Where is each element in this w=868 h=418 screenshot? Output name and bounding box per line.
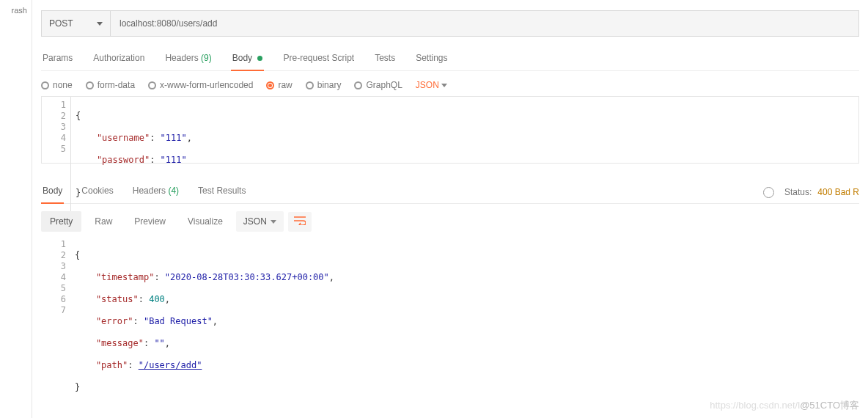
- tab-headers-label: Headers: [165, 53, 198, 63]
- view-visualize[interactable]: Visualize: [179, 211, 232, 232]
- resp-headers-count: (4): [168, 186, 179, 196]
- sidebar-trash-label: rash: [12, 6, 27, 15]
- chevron-down-icon: [97, 22, 103, 26]
- wrap-toggle[interactable]: [288, 212, 312, 232]
- body-binary[interactable]: binary: [306, 80, 342, 90]
- resp-tab-headers[interactable]: Headers (4): [131, 181, 180, 203]
- tab-headers-count: (9): [201, 53, 212, 63]
- body-type-row: none form-data x-www-form-urlencoded raw…: [41, 80, 859, 90]
- resp-tab-body[interactable]: Body: [41, 181, 64, 203]
- body-raw[interactable]: raw: [266, 80, 292, 90]
- tab-tests[interactable]: Tests: [373, 48, 397, 70]
- view-raw[interactable]: Raw: [86, 211, 121, 232]
- chevron-down-icon: [441, 84, 447, 87]
- tab-prerequest[interactable]: Pre-request Script: [282, 48, 356, 70]
- globe-icon[interactable]: [763, 187, 774, 198]
- body-none[interactable]: none: [41, 80, 73, 90]
- line-wrap-icon: [294, 216, 306, 225]
- chevron-down-icon: [271, 220, 276, 224]
- request-tabs: Params Authorization Headers (9) Body Pr…: [41, 48, 859, 71]
- body-language-select[interactable]: JSON: [416, 80, 447, 90]
- status-value: 400 Bad R: [817, 187, 859, 197]
- url-input[interactable]: [110, 10, 859, 37]
- body-form-data[interactable]: form-data: [86, 80, 135, 90]
- body-urlencoded[interactable]: x-www-form-urlencoded: [148, 80, 253, 90]
- response-status: Status: 400 Bad R: [763, 187, 859, 198]
- request-bar: POST: [41, 10, 859, 37]
- view-preview[interactable]: Preview: [125, 211, 174, 232]
- method-select[interactable]: POST: [41, 10, 110, 37]
- body-language-value: JSON: [416, 80, 439, 90]
- method-value: POST: [49, 18, 73, 29]
- tab-body-label: Body: [232, 53, 252, 63]
- view-pretty[interactable]: Pretty: [41, 211, 81, 232]
- resp-tab-cookies[interactable]: Cookies: [80, 181, 114, 203]
- request-body-editor[interactable]: 1 2 3 4 5 { "username": "111", "password…: [41, 96, 859, 164]
- response-body-editor[interactable]: 1 2 3 4 5 6 7 { "timestamp": "2020-08-28…: [41, 236, 859, 418]
- tab-params[interactable]: Params: [41, 48, 74, 70]
- resp-tab-test-results[interactable]: Test Results: [196, 181, 247, 203]
- body-graphql[interactable]: GraphQL: [354, 80, 402, 90]
- watermark: https://blog.csdn.net/l@51CTO博客: [710, 399, 859, 412]
- tab-settings[interactable]: Settings: [414, 48, 449, 70]
- unsaved-dot-icon: [257, 56, 262, 61]
- tab-authorization[interactable]: Authorization: [92, 48, 146, 70]
- status-label: Status:: [784, 187, 812, 197]
- tab-headers[interactable]: Headers (9): [163, 48, 213, 70]
- response-language-select[interactable]: JSON: [236, 211, 284, 232]
- tab-body[interactable]: Body: [231, 48, 265, 70]
